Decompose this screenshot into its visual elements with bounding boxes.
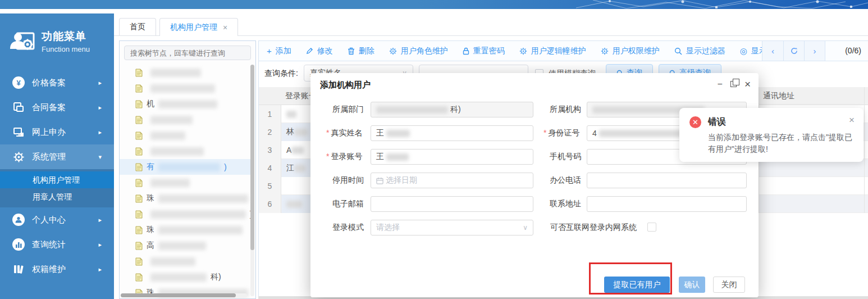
tree-node[interactable]: ] xyxy=(120,206,252,222)
grid-toolbar: + 添加 修改 删除 用户角色维护 重置密码 用户逻辑幢维护 用户权限维护 xyxy=(259,41,868,61)
tree-node[interactable] xyxy=(120,112,252,128)
row-number: 3 xyxy=(259,141,281,159)
refresh-icon xyxy=(791,47,798,55)
app-subtitle: Function menu xyxy=(42,45,90,53)
sidebar-item-seal-user-management[interactable]: 用章人管理 xyxy=(0,188,114,205)
close-icon[interactable]: × xyxy=(849,115,855,126)
real-name-input[interactable]: 王 xyxy=(371,125,533,141)
tree-list: 机 有) 珠 ] 珠 高 科) 珠 珠 xyxy=(120,65,252,299)
tree-node-selected[interactable]: 有) xyxy=(120,159,252,175)
sidebar-item-label: 合同备案 xyxy=(32,102,66,113)
tree-search-input[interactable] xyxy=(124,46,251,60)
document-icon xyxy=(135,69,143,77)
disable-time-label: 停用时间 xyxy=(332,175,364,185)
maximize-icon[interactable] xyxy=(730,81,737,87)
sidebar-item-query-statistics[interactable]: 查询统计 ▸ xyxy=(0,232,114,257)
tree-horizontal-scrollbar[interactable] xyxy=(121,293,247,297)
tree-node[interactable]: 机 xyxy=(120,96,252,112)
tree-node[interactable] xyxy=(120,80,252,96)
search-icon xyxy=(674,47,682,55)
add-button[interactable]: + 添加 xyxy=(267,46,291,56)
reset-password-button[interactable]: 重置密码 xyxy=(463,46,505,56)
id-number-label: *身份证号 xyxy=(543,128,579,138)
email-input[interactable] xyxy=(371,196,533,212)
tree-node[interactable] xyxy=(120,143,252,159)
books-icon xyxy=(12,263,25,275)
row-number: 6 xyxy=(259,195,281,213)
gear-icon xyxy=(12,151,25,163)
chevron-right-icon: ▸ xyxy=(98,266,102,273)
sidebar-item-label: 权籍维护 xyxy=(32,264,66,275)
chevron-right-icon: ▸ xyxy=(98,104,102,111)
contract-icon xyxy=(12,101,25,114)
login-account-label: *登录账号 xyxy=(326,152,362,162)
app-title: 功能菜单 xyxy=(42,29,90,44)
document-icon xyxy=(135,100,143,108)
error-toast: ✕ 错误 × 当前添加登录账号已存在，请点击"提取已有用户"进行提取! xyxy=(679,108,864,162)
top-banner xyxy=(0,0,868,9)
next-page-button[interactable]: › xyxy=(804,41,825,61)
mobile-label: 手机号码 xyxy=(550,152,581,162)
lock-icon xyxy=(463,47,469,55)
login-mode-select[interactable]: 请选择 ∨ xyxy=(371,220,533,235)
close-tab-icon[interactable]: × xyxy=(223,23,227,32)
tab-org-user-management[interactable]: 机构用户管理 × xyxy=(159,18,238,36)
user-role-maintenance-button[interactable]: 用户角色维护 xyxy=(389,46,448,56)
close-icon[interactable]: × xyxy=(744,79,751,89)
tree-node[interactable] xyxy=(120,175,252,191)
tree-node[interactable] xyxy=(120,253,252,269)
sidebar-item-system-management[interactable]: 系统管理 ▾ xyxy=(0,144,114,169)
contact-address-label: 联系地址 xyxy=(550,199,581,209)
user-logic-building-maintenance-button[interactable]: 用户逻辑幢维护 xyxy=(519,46,586,56)
login-account-input[interactable]: 王 xyxy=(371,149,533,165)
tree-node[interactable]: 珠 xyxy=(120,191,252,206)
minimize-icon[interactable]: − xyxy=(718,80,723,89)
sidebar-item-org-user-management[interactable]: 机构用户管理 xyxy=(0,171,114,188)
plus-icon: + xyxy=(267,47,272,55)
tab-home[interactable]: 首页 xyxy=(119,18,156,35)
contact-address-input[interactable] xyxy=(587,196,747,212)
network-pattern-decoration xyxy=(576,0,868,9)
chevron-right-icon: ▸ xyxy=(98,216,102,224)
gear-icon xyxy=(389,47,397,55)
tree-node[interactable]: 珠 xyxy=(120,222,252,238)
user-permission-maintenance-button[interactable]: 用户权限维护 xyxy=(601,46,660,56)
office-tel-input[interactable] xyxy=(587,173,747,188)
office-tel-label: 办公电话 xyxy=(550,175,581,185)
modify-button[interactable]: 修改 xyxy=(306,46,333,56)
tab-bar: 首页 机构用户管理 × xyxy=(114,19,868,36)
delete-button[interactable]: 删除 xyxy=(348,46,374,56)
gear-icon xyxy=(519,47,527,55)
sidebar-item-online-apply[interactable]: 网上申办 ▸ xyxy=(0,120,114,144)
sidebar-item-contract-filing[interactable]: 合同备案 ▸ xyxy=(0,95,114,120)
tree-node[interactable] xyxy=(120,65,252,80)
sidebar: 功能菜单 Function menu ¥ 价格备案 ▸ 合同备案 ▸ 网上申办 … xyxy=(0,13,114,299)
annotation-highlight-box xyxy=(589,262,672,295)
computer-icon xyxy=(12,126,25,138)
app-title-block: 功能菜单 Function menu xyxy=(42,29,90,53)
tree-node[interactable]: 高 xyxy=(120,238,252,253)
sidebar-item-personal-center[interactable]: 个人中心 ▸ xyxy=(0,207,114,232)
app-logo: 功能菜单 Function menu xyxy=(0,13,114,70)
tree-node[interactable] xyxy=(120,128,252,143)
sidebar-item-rights-maintenance[interactable]: 权籍维护 ▸ xyxy=(0,257,114,282)
query-condition-label: 查询条件: xyxy=(264,69,298,79)
document-icon xyxy=(135,242,143,250)
system-management-submenu: 机构用户管理 用章人管理 xyxy=(0,169,114,207)
disable-time-input[interactable]: 选择日期 xyxy=(371,173,533,188)
close-button[interactable]: 关闭 xyxy=(713,277,745,293)
error-icon: ✕ xyxy=(689,116,701,128)
refresh-button[interactable] xyxy=(783,41,804,61)
toast-message: 当前添加登录账号已存在，请点击"提取已有用户"进行提取! xyxy=(708,132,855,155)
dept-field: 科) xyxy=(371,102,533,117)
org-tree-panel: 机 有) 珠 ] 珠 高 科) 珠 珠 xyxy=(119,40,256,299)
document-icon xyxy=(135,147,143,156)
tree-node[interactable]: 科) xyxy=(120,269,252,285)
sidebar-item-price-filing[interactable]: ¥ 价格备案 ▸ xyxy=(0,70,114,95)
prev-page-button[interactable]: ‹ xyxy=(762,41,783,61)
show-filter-button[interactable]: 显示过滤器 xyxy=(674,46,725,56)
tab-label: 首页 xyxy=(130,22,145,32)
internet-login-checkbox[interactable] xyxy=(647,223,656,232)
tree-vertical-scrollbar[interactable] xyxy=(250,65,254,296)
confirm-button[interactable]: 确认 xyxy=(679,277,705,293)
